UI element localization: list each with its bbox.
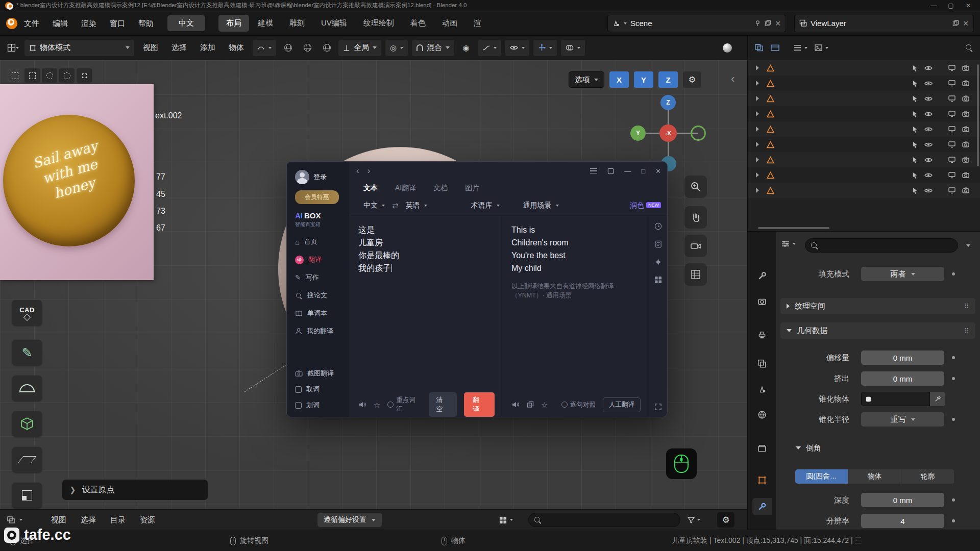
render-disable-icon[interactable] bbox=[962, 126, 970, 133]
render-disable-icon[interactable] bbox=[962, 95, 970, 102]
corner-tool-button[interactable] bbox=[12, 483, 42, 508]
scene-name[interactable]: Scene bbox=[630, 19, 751, 28]
viewport-disable-icon[interactable] bbox=[948, 156, 956, 163]
maximize-button[interactable]: ▢ bbox=[944, 2, 958, 9]
editor-type-button[interactable] bbox=[5, 40, 20, 56]
selectable-icon[interactable] bbox=[911, 64, 919, 72]
outliner-display-mode[interactable] bbox=[794, 44, 807, 51]
proportional-falloff-dropdown[interactable] bbox=[478, 40, 501, 56]
animate-dot[interactable] bbox=[952, 519, 955, 522]
axis-x-button[interactable]: X bbox=[609, 71, 629, 88]
tab-physics[interactable] bbox=[752, 525, 772, 530]
selectable-icon[interactable] bbox=[911, 110, 919, 118]
outliner-hscrollbar[interactable] bbox=[758, 227, 829, 229]
outliner-vscrollbar[interactable] bbox=[977, 64, 979, 166]
pivot-point-dropdown[interactable]: ◎ bbox=[385, 40, 408, 56]
outliner-row[interactable] bbox=[748, 91, 980, 106]
sparkle-icon[interactable] bbox=[654, 258, 662, 266]
window-minimize-icon[interactable]: — bbox=[624, 167, 631, 175]
remove-viewlayer-icon[interactable]: ✕ bbox=[963, 19, 969, 28]
keyword-toggle[interactable]: 重点词汇 bbox=[387, 396, 421, 413]
scene-preset-dropdown[interactable]: 通用场景 bbox=[523, 201, 552, 210]
speaker-icon[interactable] bbox=[511, 401, 520, 408]
measure-tool-button[interactable] bbox=[12, 375, 42, 401]
outliner-row[interactable] bbox=[748, 152, 980, 167]
tab-viewlayer[interactable] bbox=[752, 355, 772, 372]
workspace-tab-layout[interactable]: 布局 bbox=[218, 15, 249, 32]
animate-dot[interactable] bbox=[952, 418, 955, 421]
select-box-button[interactable] bbox=[24, 68, 40, 83]
sidebar-item-my-translations[interactable]: 我的翻译 bbox=[295, 327, 349, 336]
expand-arrow-icon[interactable] bbox=[756, 111, 759, 116]
clear-button[interactable]: 清空 bbox=[429, 392, 457, 417]
menu-render[interactable]: 渲染 bbox=[75, 11, 103, 36]
axis-settings-button[interactable]: ⚙ bbox=[683, 71, 701, 88]
scene-dropdown-icon[interactable] bbox=[624, 22, 627, 24]
render-disable-icon[interactable] bbox=[962, 171, 970, 179]
gizmo-x-ball[interactable]: -X bbox=[659, 124, 677, 142]
new-scene-icon[interactable] bbox=[765, 20, 771, 27]
selectable-icon[interactable] bbox=[911, 187, 919, 194]
sidebar-item-word-select[interactable]: 划词 bbox=[295, 400, 349, 410]
tab-ai-translate[interactable]: AI翻译 bbox=[395, 184, 416, 193]
scene-selector[interactable]: Scene ✕ bbox=[607, 15, 786, 32]
viewlayer-selector[interactable]: ViewLayer ✕ bbox=[794, 15, 974, 32]
outliner-row[interactable] bbox=[748, 183, 980, 198]
login-row[interactable]: 登录 bbox=[295, 170, 349, 184]
render-disable-icon[interactable] bbox=[962, 156, 970, 163]
outliner-filter-dropdown[interactable] bbox=[815, 44, 828, 51]
viewport-disable-icon[interactable] bbox=[948, 141, 956, 148]
language-button[interactable]: 中文 bbox=[167, 15, 205, 31]
polish-toggle[interactable]: 润色NEW bbox=[630, 201, 661, 210]
sidebar-item-translate[interactable]: 译 翻译 bbox=[295, 255, 349, 264]
import-method-dropdown[interactable]: 遵循偏好设置 bbox=[317, 513, 382, 527]
hide-eye-icon[interactable] bbox=[924, 80, 933, 87]
workspace-tab-texture[interactable]: 纹理绘制 bbox=[356, 15, 402, 32]
selectable-icon[interactable] bbox=[911, 126, 919, 133]
extrude-field[interactable]: 0 mm bbox=[861, 371, 944, 386]
workspace-tab-animation[interactable]: 动画 bbox=[434, 15, 465, 32]
outliner-row[interactable] bbox=[748, 106, 980, 121]
human-translate-button[interactable]: 人工翻译 bbox=[603, 397, 641, 412]
sidebar-item-screenshot-translate[interactable]: 截图翻译 bbox=[295, 369, 349, 378]
outliner-filter-icon-1[interactable] bbox=[755, 44, 764, 52]
expand-arrow-icon[interactable] bbox=[756, 81, 759, 86]
region-collapse-icon[interactable]: ‹ bbox=[731, 73, 734, 85]
asset-search-field[interactable] bbox=[528, 513, 680, 527]
shading-mode-button[interactable] bbox=[720, 40, 735, 56]
selectable-icon[interactable] bbox=[911, 171, 919, 179]
animate-dot[interactable] bbox=[952, 377, 955, 380]
expand-arrow-icon[interactable] bbox=[756, 157, 759, 162]
expand-arrow-icon[interactable] bbox=[756, 142, 759, 147]
translate-button[interactable]: 翻译 bbox=[464, 392, 495, 417]
select-lasso-button[interactable] bbox=[59, 68, 75, 83]
unlink-scene-icon[interactable]: ✕ bbox=[775, 19, 781, 28]
pan-button[interactable] bbox=[684, 206, 707, 229]
tab-modifiers[interactable] bbox=[752, 498, 772, 515]
selectable-icon[interactable] bbox=[911, 141, 919, 148]
transform-orientation-dropdown[interactable]: 全局 bbox=[338, 40, 381, 56]
gizmo-y-ball[interactable]: Y bbox=[630, 126, 646, 141]
globe-toggle-1[interactable] bbox=[280, 40, 296, 56]
viewport-disable-icon[interactable] bbox=[948, 64, 956, 71]
options-dropdown[interactable]: 选项 bbox=[569, 71, 604, 88]
asset-filter-dropdown[interactable] bbox=[688, 510, 700, 530]
outliner-row[interactable] bbox=[748, 76, 980, 91]
active-tool-dropdown[interactable] bbox=[253, 40, 276, 56]
outliner-panel[interactable] bbox=[747, 60, 980, 231]
sidebar-item-papers[interactable]: 搜论文 bbox=[295, 291, 349, 300]
render-disable-icon[interactable] bbox=[962, 110, 970, 117]
menu-help[interactable]: 帮助 bbox=[132, 11, 160, 36]
compare-toggle[interactable]: 逐句对照 bbox=[561, 400, 596, 409]
render-disable-icon[interactable] bbox=[962, 141, 970, 148]
depth-field[interactable]: 0 mm bbox=[861, 493, 944, 507]
operator-panel[interactable]: ❯ 设置原点 bbox=[62, 480, 208, 500]
geometry-section[interactable]: 几何数据 ⠿ bbox=[780, 322, 975, 339]
expand-arrow-icon[interactable] bbox=[756, 172, 759, 178]
properties-context-dropdown[interactable] bbox=[781, 240, 796, 247]
menu-select[interactable]: 选择 bbox=[167, 43, 191, 53]
hide-eye-icon[interactable] bbox=[924, 157, 933, 163]
swap-languages-icon[interactable]: ⇄ bbox=[392, 201, 399, 210]
apps-grid-icon[interactable] bbox=[654, 276, 662, 284]
properties-filter-icon[interactable] bbox=[966, 244, 970, 247]
